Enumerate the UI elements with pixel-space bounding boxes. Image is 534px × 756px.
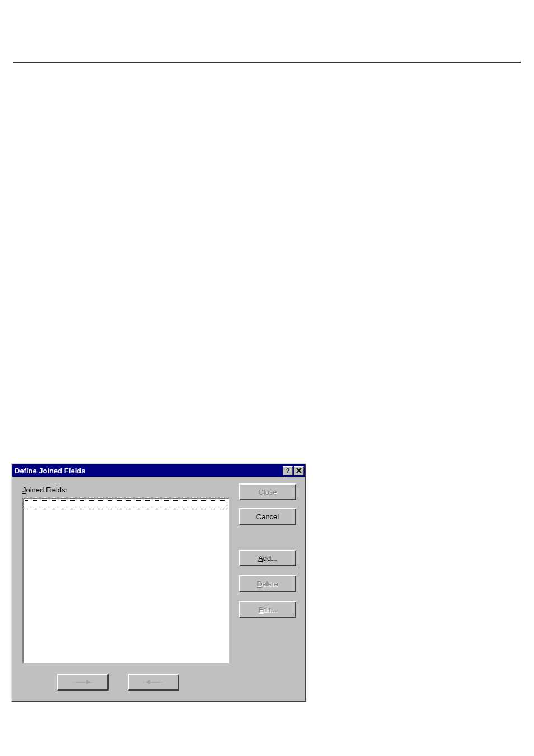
help-icon[interactable]: ? — [283, 466, 293, 475]
cancel-button[interactable]: Cancel — [239, 508, 296, 525]
close-icon[interactable] — [294, 466, 304, 475]
listbox-focus-row — [25, 500, 227, 509]
add-button[interactable]: Add... — [239, 550, 296, 566]
joined-fields-label: Joined Fields: — [22, 486, 67, 494]
joined-fields-listbox[interactable] — [22, 498, 229, 663]
close-button[interactable]: Close — [239, 483, 296, 500]
edit-button[interactable]: Edit... — [239, 601, 296, 618]
reorder-buttons — [57, 674, 179, 691]
dialog-title: Define Joined Fields — [15, 467, 282, 475]
arrow-right-icon — [71, 678, 95, 686]
svg-marker-2 — [86, 680, 91, 684]
move-left-button[interactable] — [128, 674, 179, 691]
horizontal-rule — [13, 62, 521, 63]
arrow-left-icon — [141, 678, 166, 686]
define-joined-fields-dialog: Define Joined Fields ? Joined Fields: Cl… — [11, 463, 306, 702]
dialog-body: Joined Fields: Close Cancel Add... Delet… — [12, 477, 305, 701]
dialog-titlebar: Define Joined Fields ? — [12, 464, 305, 477]
titlebar-buttons: ? — [282, 466, 304, 475]
delete-button[interactable]: Delete — [239, 575, 296, 592]
move-right-button[interactable] — [57, 674, 109, 691]
